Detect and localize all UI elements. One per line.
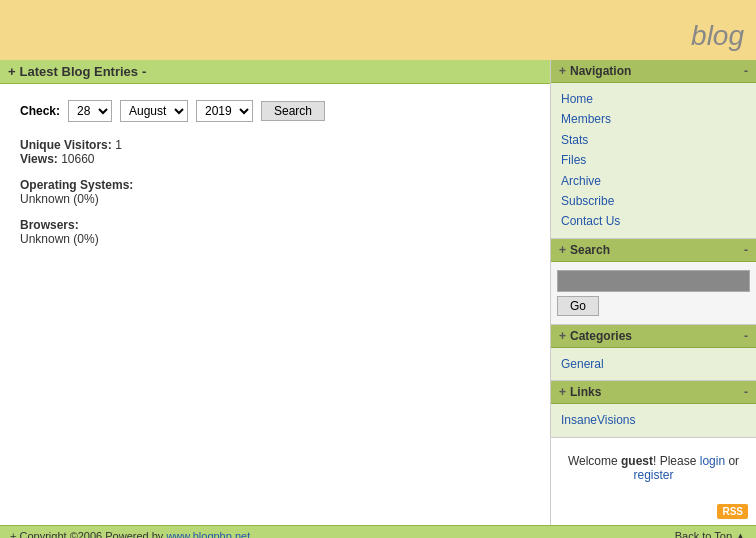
nav-link-contact[interactable]: Contact Us (561, 211, 746, 231)
links-container: InsaneVisions (551, 404, 756, 436)
links-title: Links (570, 385, 601, 399)
login-link[interactable]: login (700, 454, 725, 468)
nav-link-files[interactable]: Files (561, 150, 746, 170)
categories-dash: - (744, 329, 748, 343)
main-content-area: + Latest Blog Entries - Check: 28 August… (0, 60, 551, 525)
nav-link-home[interactable]: Home (561, 89, 746, 109)
year-select[interactable]: 2019 (196, 100, 253, 122)
main-section-title: Latest Blog Entries (20, 64, 138, 79)
search-header: + Search - (551, 239, 756, 262)
nav-link-stats[interactable]: Stats (561, 130, 746, 150)
sidebar: + Navigation - Home Members Stats Files … (551, 60, 756, 525)
main-section-dash: - (142, 64, 146, 79)
browsers-value: Unknown (0%) (20, 232, 530, 246)
welcome-area: Welcome guest! Please login orregister (551, 438, 756, 498)
nav-link-subscribe[interactable]: Subscribe (561, 191, 746, 211)
category-links-container: General (551, 348, 756, 380)
categories-section: + Categories - General (551, 325, 756, 381)
categories-plus: + (559, 329, 566, 343)
search-plus: + (559, 243, 566, 257)
unique-visitors-block: Unique Visitors: 1 Views: 10660 (20, 138, 530, 166)
footer-plus: + (10, 530, 16, 538)
nav-links-container: Home Members Stats Files Archive Subscri… (551, 83, 756, 238)
welcome-text-or: or (725, 454, 739, 468)
rss-area: RSS (551, 498, 756, 525)
category-link-general[interactable]: General (561, 354, 746, 374)
main-section-header: + Latest Blog Entries - (0, 60, 550, 84)
month-select[interactable]: August (120, 100, 188, 122)
views-value: 10660 (61, 152, 94, 166)
os-value: Unknown (0%) (20, 192, 530, 206)
page-footer: + Copyright ©2006 Powered by www.blogphp… (0, 525, 756, 538)
nav-dash: - (744, 64, 748, 78)
welcome-text-mid: ! Please (653, 454, 700, 468)
welcome-text-pre: Welcome (568, 454, 621, 468)
search-box-area: Go (551, 262, 756, 324)
nav-link-members[interactable]: Members (561, 109, 746, 129)
main-body: Check: 28 August 2019 Search Unique Visi… (0, 84, 550, 274)
link-insanevisions[interactable]: InsaneVisions (561, 410, 746, 430)
links-dash: - (744, 385, 748, 399)
nav-plus: + (559, 64, 566, 78)
links-plus: + (559, 385, 566, 399)
check-row: Check: 28 August 2019 Search (20, 100, 530, 122)
day-select[interactable]: 28 (68, 100, 112, 122)
search-section: + Search - Go (551, 239, 756, 325)
unique-visitors-label: Unique Visitors: (20, 138, 112, 152)
os-label: Operating Systems: (20, 178, 530, 192)
nav-section: + Navigation - Home Members Stats Files … (551, 60, 756, 239)
check-label: Check: (20, 104, 60, 118)
rss-icon[interactable]: RSS (717, 504, 748, 519)
page-header: blog (0, 0, 756, 60)
categories-title: Categories (570, 329, 632, 343)
welcome-user: guest (621, 454, 653, 468)
go-button[interactable]: Go (557, 296, 599, 316)
views-label: Views: (20, 152, 58, 166)
links-section: + Links - InsaneVisions (551, 381, 756, 437)
footer-copyright-text: Copyright ©2006 Powered by (20, 530, 167, 538)
os-block: Operating Systems: Unknown (0%) (20, 178, 530, 206)
footer-copyright: + Copyright ©2006 Powered by www.blogphp… (10, 530, 250, 538)
register-link[interactable]: register (633, 468, 673, 482)
nav-header: + Navigation - (551, 60, 756, 83)
footer-link[interactable]: www.blogphp.net (166, 530, 250, 538)
nav-link-archive[interactable]: Archive (561, 171, 746, 191)
site-title: blog (691, 20, 744, 52)
search-title: Search (570, 243, 610, 257)
main-section-plus: + (8, 64, 16, 79)
browsers-label: Browsers: (20, 218, 530, 232)
search-dash: - (744, 243, 748, 257)
search-button[interactable]: Search (261, 101, 325, 121)
links-header: + Links - (551, 381, 756, 404)
nav-title: Navigation (570, 64, 631, 78)
back-to-top[interactable]: Back to Top ▲ (675, 530, 746, 538)
search-input[interactable] (557, 270, 750, 292)
unique-visitors-value: 1 (115, 138, 122, 152)
browsers-block: Browsers: Unknown (0%) (20, 218, 530, 246)
categories-header: + Categories - (551, 325, 756, 348)
